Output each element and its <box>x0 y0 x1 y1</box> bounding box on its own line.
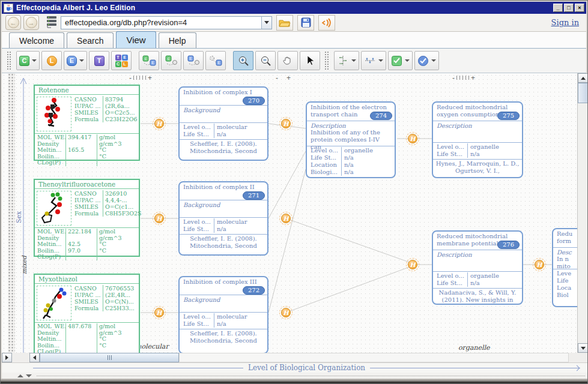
add-test-button[interactable]: T <box>89 51 109 70</box>
scroll-track[interactable] <box>179 353 569 362</box>
event-box-271[interactable]: Inhibition of complex II271 Background L… <box>178 181 268 256</box>
minimize-button[interactable]: _ <box>553 4 563 12</box>
citation: Nadanaciva, S., & Will, Y.(2011). New in… <box>433 288 522 304</box>
chemical-card-rotenone[interactable]: Rotenone CASNO83794 IUPAC ...(2R,6a... S… <box>34 85 140 161</box>
axis-arrow-icon <box>574 365 580 371</box>
test-icon: T <box>94 56 105 66</box>
svg-text:c: c <box>168 56 170 61</box>
title-bar: Effectopedia Albert J. Leo Edition _ □ × <box>2 2 586 14</box>
scroll-up-button[interactable] <box>578 73 587 83</box>
chemical-icon: C <box>19 56 29 66</box>
back-button[interactable]: ← <box>5 15 21 30</box>
window-bottom-edge <box>1 379 588 384</box>
event-box-272[interactable]: Inhibition of complex III272 Background … <box>178 276 268 353</box>
tab-help[interactable]: Help <box>159 32 196 48</box>
event-id-badge: 275 <box>497 112 520 120</box>
pan-button[interactable] <box>277 51 298 70</box>
vertical-scroll-thumb[interactable] <box>578 83 587 103</box>
collapse-down-icon[interactable] <box>26 374 32 377</box>
citation: Scheffler, I. E. (2008).Mitochondria, Se… <box>180 139 267 160</box>
event-box-275[interactable]: Reduced mitochondrial oxygen consumption… <box>432 101 523 178</box>
event-box-270[interactable]: Inhibition of complex I270 Background Le… <box>178 86 268 161</box>
link-node[interactable]: H <box>533 258 546 271</box>
back-arrow-icon: ← <box>8 17 19 28</box>
audio-button[interactable] <box>318 15 335 31</box>
expand-up-icon[interactable] <box>17 374 23 377</box>
chemical-options-button[interactable] <box>388 51 413 70</box>
link-node[interactable]: H <box>153 212 166 225</box>
chemical-name: Myxothiazol <box>35 275 139 284</box>
link-from-chemical-button[interactable]: c <box>161 51 181 70</box>
add-chemical-button[interactable]: C <box>16 51 40 70</box>
forward-button[interactable]: → <box>23 15 39 30</box>
link-node[interactable]: H <box>279 306 292 319</box>
event-box-276[interactable]: Reduced mitochondrial membrane potential… <box>432 230 523 305</box>
select-button[interactable] <box>300 51 320 70</box>
url-input[interactable] <box>61 18 261 27</box>
tab-welcome[interactable]: Welcome <box>9 32 64 48</box>
link-from-effect-button[interactable]: E <box>183 51 204 70</box>
horizontal-scrollbar[interactable] <box>2 353 587 363</box>
vertical-layout-button[interactable] <box>334 51 359 70</box>
column-zoom-slider[interactable]: - + <box>452 74 475 82</box>
add-effect-button[interactable]: E <box>64 51 87 70</box>
vertical-scrollbar[interactable] <box>577 73 587 353</box>
zoom-plus[interactable]: + <box>286 75 291 81</box>
save-button[interactable] <box>297 15 314 31</box>
tab-view[interactable]: View <box>116 31 156 48</box>
link-node[interactable]: H <box>279 212 292 225</box>
link-node[interactable]: H <box>406 132 419 145</box>
main-tab-bar: Welcome Search View Help <box>2 32 586 49</box>
scroll-right-button[interactable] <box>2 353 12 362</box>
url-dropdown-button[interactable] <box>261 17 271 29</box>
toolbar-drag-handle[interactable] <box>324 51 330 70</box>
link-node[interactable]: H <box>279 117 292 130</box>
add-all-types-button[interactable]: TE CL <box>111 51 132 70</box>
bottom-splitter[interactable] <box>2 373 587 379</box>
horizontal-scroll-thumb[interactable] <box>40 353 179 362</box>
zoom-plus[interactable]: + <box>471 75 475 81</box>
green-checkbox-icon <box>391 55 402 67</box>
link-node[interactable]: H <box>153 117 166 130</box>
zoom-in-icon <box>238 55 249 67</box>
horizontal-layout-button[interactable] <box>361 51 386 70</box>
link-effect-icon: E <box>186 55 201 67</box>
event-box-274[interactable]: Inhibition of the electron transport cha… <box>306 101 396 178</box>
link-chemical-to-effect-button[interactable]: cE <box>139 51 159 70</box>
toolbar-drag-handle[interactable] <box>7 51 12 70</box>
chemical-card-thenoyltrifluoroacetone[interactable]: Thenoyltrifluoroacetone CASNO326910 IUPA… <box>34 179 140 257</box>
zoom-plus[interactable]: + <box>148 75 152 81</box>
event-id-badge: 276 <box>497 241 520 249</box>
zoom-minus[interactable]: - <box>452 75 455 81</box>
sign-in-link[interactable]: Sign in <box>551 18 579 27</box>
close-button[interactable]: × <box>575 4 584 12</box>
tab-search[interactable]: Search <box>67 32 114 48</box>
maximize-button[interactable]: □ <box>564 4 574 12</box>
zoom-minus[interactable]: - <box>276 75 278 81</box>
link-node[interactable]: H <box>153 306 166 319</box>
pathway-canvas[interactable]: - + - + - + Sex mixed molecular organell… <box>2 73 587 353</box>
scroll-left-button[interactable] <box>29 353 40 362</box>
blue-checkbox-icon <box>417 55 429 67</box>
all-types-grid-icon: TE CL <box>115 55 128 67</box>
cursor-arrow-icon <box>305 55 315 66</box>
link-node[interactable]: H <box>406 258 419 271</box>
canvas-left-drag-strip[interactable] <box>8 73 15 353</box>
zoom-minus[interactable]: - <box>129 75 132 81</box>
column-zoom-slider[interactable]: - + <box>129 74 152 82</box>
arrow-right-icon <box>5 355 8 360</box>
event-id-badge: 274 <box>370 112 392 120</box>
zoom-in-button[interactable] <box>233 51 253 70</box>
chemical-card-myxothiazol[interactable]: Myxothiazol CASNO76706553 IUPAC ...(2E,4… <box>34 274 140 353</box>
forward-arrow-icon: → <box>26 17 37 28</box>
window-title: Effectopedia Albert J. Leo Edition <box>16 4 135 12</box>
scroll-down-button[interactable] <box>578 343 587 353</box>
add-link-button[interactable]: L <box>41 51 62 70</box>
link-to-effect-button[interactable]: E <box>205 51 226 70</box>
effect-options-button[interactable] <box>414 51 439 70</box>
open-folder-button[interactable] <box>276 15 293 31</box>
chevron-down-icon <box>32 59 37 62</box>
citation: Scheffler, I. E. (2008).Mitochondria, Se… <box>180 329 267 353</box>
column-zoom-slider[interactable]: - + <box>276 74 291 82</box>
zoom-out-button[interactable] <box>255 51 276 70</box>
